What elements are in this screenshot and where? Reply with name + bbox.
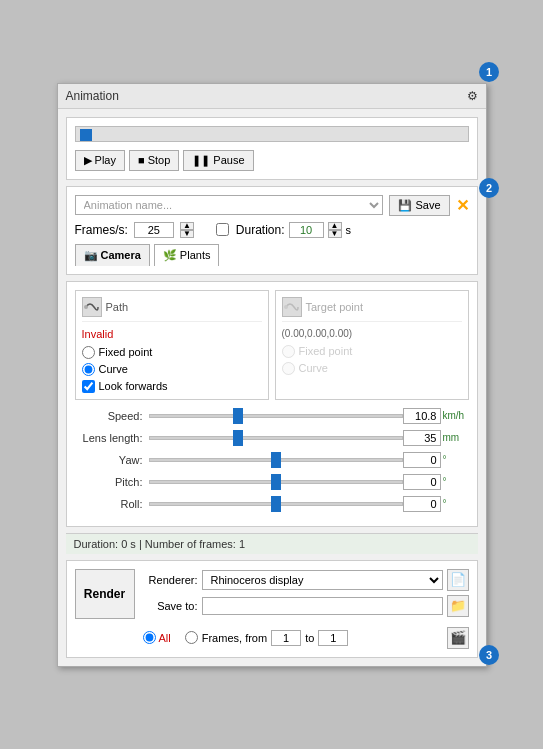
yaw-unit: °	[443, 454, 465, 465]
animation-name-select[interactable]: Animation name...	[75, 195, 384, 215]
badge-1: 1	[479, 62, 499, 82]
tab-camera[interactable]: 📷 Camera	[75, 244, 150, 266]
yaw-input[interactable]	[403, 452, 441, 468]
duration-unit: s	[346, 224, 352, 236]
pitch-slider-row: Pitch: °	[79, 474, 465, 490]
speed-slider[interactable]	[149, 408, 403, 424]
renderer-select[interactable]: Rhinoceros display	[202, 570, 443, 590]
title-bar: Animation ⚙	[58, 84, 486, 109]
all-radio-row: All	[143, 631, 171, 644]
lens-unit: mm	[443, 432, 465, 443]
slider-section: Speed: km/h Lens length:	[75, 408, 469, 512]
invalid-text: Invalid	[82, 328, 262, 340]
frames-row: Frames/s: ▲ ▼ Duration: ▲ ▼	[75, 222, 469, 238]
camera-section: Path Invalid Fixed point Curve	[66, 281, 478, 527]
frames-from-label: Frames, from	[202, 632, 267, 644]
render-fields: Renderer: Rhinoceros display 📄 Save to:	[143, 569, 469, 621]
duration-down[interactable]: ▼	[328, 230, 342, 238]
duration-checkbox[interactable]	[216, 223, 229, 236]
pitch-slider[interactable]	[149, 474, 403, 490]
path-curve-radio[interactable]	[82, 363, 95, 376]
save-to-row: Save to: 📁	[143, 595, 469, 617]
preview-icon: 🎬	[450, 630, 466, 645]
path-fixed-point-label: Fixed point	[99, 346, 153, 358]
timeline-section: ▶ Play ■ Stop ❚❚ Pause	[66, 117, 478, 180]
path-icon	[82, 297, 102, 317]
frames-from-radio[interactable]	[185, 631, 198, 644]
frame-to-input[interactable]	[318, 630, 348, 646]
target-fixed-point-radio[interactable]	[282, 345, 295, 358]
lens-slider[interactable]	[149, 430, 403, 446]
renderer-row: Renderer: Rhinoceros display 📄	[143, 569, 469, 591]
duration-input[interactable]	[289, 222, 324, 238]
frames-label: Frames/s:	[75, 223, 128, 237]
target-fixed-point-row: Fixed point	[282, 345, 462, 358]
look-forwards-checkbox[interactable]	[82, 380, 95, 393]
speed-input[interactable]	[403, 408, 441, 424]
gear-icon[interactable]: ⚙	[467, 89, 478, 103]
roll-label: Roll:	[79, 498, 149, 510]
yaw-value-box: °	[403, 452, 465, 468]
lens-input[interactable]	[403, 430, 441, 446]
roll-slider-row: Roll: °	[79, 496, 465, 512]
duration-spinner: ▲ ▼	[328, 222, 342, 238]
stop-button[interactable]: ■ Stop	[129, 150, 179, 171]
tab-plants-label: Plants	[180, 249, 211, 261]
play-button[interactable]: ▶ Play	[75, 150, 125, 171]
speed-value-box: km/h	[403, 408, 465, 424]
svg-point-1	[284, 305, 288, 309]
frame-from-input[interactable]	[271, 630, 301, 646]
preview-render-button[interactable]: 🎬	[447, 627, 469, 649]
frames-output-row: All Frames, from to 🎬	[75, 627, 469, 649]
pitch-value-box: °	[403, 474, 465, 490]
path-box-header: Path	[82, 297, 262, 322]
camera-icon: 📷	[84, 249, 98, 262]
target-curve-row: Curve	[282, 362, 462, 375]
all-radio[interactable]	[143, 631, 156, 644]
target-header-label: Target point	[306, 301, 363, 313]
path-fixed-point-radio[interactable]	[82, 346, 95, 359]
target-box: Target point (0.00,0.00,0.00) Fixed poin…	[275, 290, 469, 400]
timeline-bar[interactable]	[75, 126, 469, 142]
tab-plants[interactable]: 🌿 Plants	[154, 244, 220, 266]
speed-slider-row: Speed: km/h	[79, 408, 465, 424]
path-box: Path Invalid Fixed point Curve	[75, 290, 269, 400]
render-inner: Render Renderer: Rhinoceros display 📄	[75, 569, 469, 621]
pitch-input[interactable]	[403, 474, 441, 490]
browse-folder-button[interactable]: 📁	[447, 595, 469, 617]
close-button[interactable]: ✕	[456, 196, 469, 215]
save-to-input[interactable]	[202, 597, 443, 615]
frames-radio-row: Frames, from to	[185, 630, 349, 646]
timeline-thumb[interactable]	[80, 129, 92, 141]
svg-point-0	[84, 305, 88, 309]
animation-settings-section: Animation name... 💾 Save ✕ Frames/s: ▲ ▼	[66, 186, 478, 275]
render-button[interactable]: Render	[75, 569, 135, 619]
lens-slider-row: Lens length: mm	[79, 430, 465, 446]
yaw-label: Yaw:	[79, 454, 149, 466]
settings-icon: 📄	[450, 572, 466, 587]
target-box-header: Target point	[282, 297, 462, 322]
status-text: Duration: 0 s | Number of frames: 1	[74, 538, 246, 550]
timeline-controls: ▶ Play ■ Stop ❚❚ Pause	[75, 150, 469, 171]
renderer-settings-button[interactable]: 📄	[447, 569, 469, 591]
frames-spinner: ▲ ▼	[180, 222, 194, 238]
yaw-slider[interactable]	[149, 452, 403, 468]
frames-down[interactable]: ▼	[180, 230, 194, 238]
frames-input[interactable]	[134, 222, 174, 238]
pause-button[interactable]: ❚❚ Pause	[183, 150, 253, 171]
target-fixed-point-label: Fixed point	[299, 345, 353, 357]
roll-value-box: °	[403, 496, 465, 512]
path-header-label: Path	[106, 301, 129, 313]
target-curve-label: Curve	[299, 362, 328, 374]
pitch-unit: °	[443, 476, 465, 487]
roll-input[interactable]	[403, 496, 441, 512]
target-icon	[282, 297, 302, 317]
save-button[interactable]: 💾 Save	[389, 195, 449, 216]
roll-slider[interactable]	[149, 496, 403, 512]
tab-camera-label: Camera	[101, 249, 141, 261]
tabs-row: 📷 Camera 🌿 Plants	[75, 244, 469, 266]
target-curve-radio[interactable]	[282, 362, 295, 375]
path-curve-row: Curve	[82, 363, 262, 376]
path-curve-label: Curve	[99, 363, 128, 375]
yaw-slider-row: Yaw: °	[79, 452, 465, 468]
